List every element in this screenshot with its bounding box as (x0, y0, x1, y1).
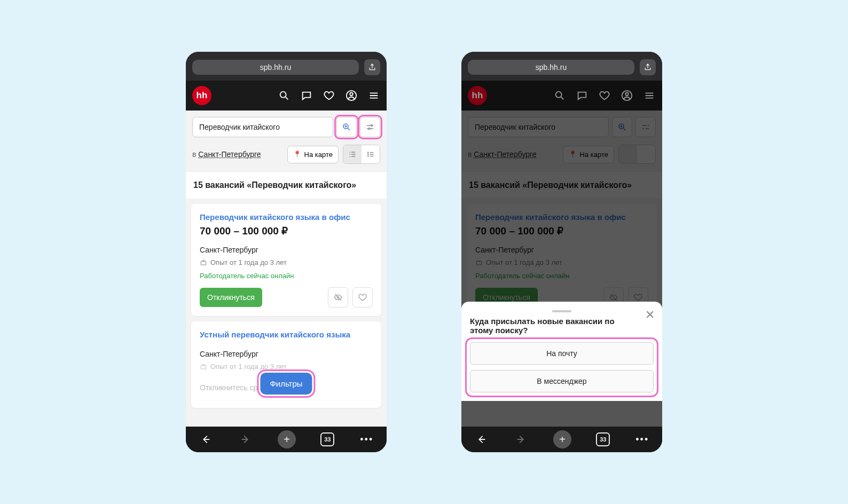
bottom-sheet: ✕ Куда присылать новые вакансии по этому… (461, 302, 662, 401)
more-button[interactable]: ••• (359, 432, 374, 447)
share-icon (643, 63, 652, 72)
favorite-button[interactable] (352, 287, 373, 308)
share-icon (368, 63, 376, 72)
map-button[interactable]: 📍 На карте (287, 146, 339, 163)
back-button[interactable] (198, 432, 213, 447)
view-list-dense[interactable] (343, 145, 362, 163)
view-toggle (343, 145, 380, 164)
employer-online: Работодатель сейчас онлайн (200, 272, 373, 280)
arrow-right-icon (515, 434, 527, 445)
view-list-sparse[interactable] (362, 145, 380, 163)
back-button[interactable] (474, 432, 489, 447)
job-title[interactable]: Устный переводчик китайского языка (200, 330, 373, 339)
job-city: Санкт-Петербург (200, 246, 373, 254)
forward-button[interactable] (514, 432, 529, 447)
browser-address-bar: spb.hh.ru (461, 52, 662, 81)
svg-point-10 (556, 92, 562, 98)
menu-icon (643, 89, 656, 102)
profile-icon (621, 89, 633, 102)
sheet-handle[interactable] (552, 310, 571, 312)
save-search-button[interactable] (336, 117, 357, 137)
browser-toolbar: + 33 ••• (461, 427, 662, 452)
tabs-button[interactable]: 33 (596, 432, 610, 446)
location-link[interactable]: Санкт-Петербурге (198, 150, 261, 159)
job-experience: Опыт от 1 года до 3 лет (200, 363, 373, 371)
job-experience: Опыт от 1 года до 3 лет (200, 258, 373, 266)
close-icon[interactable]: ✕ (645, 308, 655, 322)
svg-rect-7 (201, 261, 206, 264)
url-bar[interactable]: spb.hh.ru (192, 60, 359, 75)
more-button[interactable]: ••• (635, 432, 650, 447)
sliders-icon (365, 122, 375, 132)
search-icon[interactable] (278, 89, 290, 102)
sheet-title: Куда присылать новые вакансии по этому п… (470, 317, 654, 335)
apply-button[interactable]: Откликнуться (200, 288, 262, 307)
pin-icon: 📍 (293, 151, 301, 158)
browser-toolbar: + 33 ••• (186, 427, 387, 452)
share-button[interactable] (640, 59, 656, 75)
location-text: в Санкт-Петербурге (192, 150, 261, 159)
chat-icon[interactable] (300, 89, 313, 102)
phone-right: spb.hh.ru hh Переводчик китайского в Сан… (461, 52, 662, 452)
arrow-left-icon (475, 434, 487, 445)
send-to-messenger-button[interactable]: В мессенджер (470, 370, 654, 392)
hh-logo[interactable]: hh (192, 86, 211, 105)
search-icon (553, 89, 566, 102)
profile-icon[interactable] (345, 89, 358, 102)
app-header: hh (186, 81, 387, 111)
app-header: hh (461, 81, 662, 111)
arrow-right-icon (240, 434, 252, 445)
url-bar[interactable]: spb.hh.ru (468, 60, 634, 75)
menu-icon[interactable] (367, 89, 380, 102)
hide-button[interactable] (328, 287, 348, 308)
job-city: Санкт-Петербург (200, 350, 373, 358)
tabs-button[interactable]: 33 (320, 432, 334, 446)
briefcase-icon (200, 363, 207, 371)
chat-icon (576, 89, 588, 102)
filters-button[interactable]: Фильтры (260, 373, 312, 395)
svg-point-0 (280, 92, 286, 98)
phone-left: spb.hh.ru hh Переводчик китайского в Сан… (186, 52, 387, 452)
job-salary: 70 000 – 100 000 ₽ (200, 225, 373, 237)
new-tab-button[interactable]: + (278, 430, 296, 448)
results-title: 15 вакансий «Переводчик китайского» (186, 171, 387, 199)
svg-point-12 (625, 93, 629, 96)
eye-off-icon (333, 293, 343, 302)
svg-point-5 (368, 154, 368, 154)
job-card[interactable]: Переводчик китайского языка в офис 70 00… (191, 204, 381, 316)
heart-icon (598, 89, 611, 102)
search-plus-icon (342, 122, 351, 132)
browser-address-bar: spb.hh.ru (186, 52, 387, 81)
share-button[interactable] (364, 59, 380, 75)
search-input[interactable]: Переводчик китайского (192, 117, 333, 137)
new-tab-button[interactable]: + (553, 430, 571, 448)
send-to-email-button[interactable]: На почту (470, 342, 654, 365)
svg-rect-9 (201, 365, 206, 368)
job-title[interactable]: Переводчик китайского языка в офис (200, 212, 373, 222)
svg-point-6 (368, 156, 368, 156)
arrow-left-icon (200, 434, 211, 445)
briefcase-icon (200, 259, 207, 266)
filters-icon-button[interactable] (360, 117, 380, 137)
hh-logo: hh (468, 86, 487, 105)
svg-point-4 (368, 152, 368, 153)
heart-icon (358, 293, 367, 302)
job-card[interactable]: Устный переводчик китайского языка Санкт… (191, 321, 381, 408)
forward-button[interactable] (238, 432, 253, 447)
heart-icon[interactable] (323, 89, 335, 102)
svg-point-2 (350, 93, 353, 96)
